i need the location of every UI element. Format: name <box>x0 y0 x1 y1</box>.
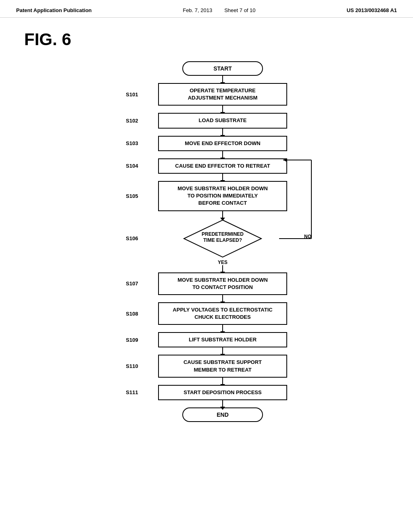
svg-marker-6 <box>283 158 286 162</box>
step-label-s104: S104 <box>126 163 138 169</box>
page-header: Patent Application Publication Feb. 7, 2… <box>0 0 413 18</box>
step-row-s103: S103 MOVE END EFFECTOR DOWN <box>158 136 287 151</box>
process-s104: CAUSE END EFFECTOR TO RETREAT <box>158 158 287 174</box>
step-label-s111: S111 <box>126 389 138 395</box>
step-label-s109: S109 <box>126 337 138 343</box>
step-label-s110: S110 <box>126 363 138 369</box>
header-center: Feb. 7, 2013 Sheet 7 of 10 <box>183 7 255 13</box>
step-row-s109: S109 LIFT SUBSTRATE HOLDER <box>158 332 287 347</box>
start-terminal: START <box>182 61 263 76</box>
header-date: Feb. 7, 2013 <box>183 7 212 13</box>
arrow-5 <box>222 174 223 181</box>
arrow-3 <box>222 129 223 136</box>
header-patent: US 2013/0032468 A1 <box>346 7 397 13</box>
step-label-s105: S105 <box>126 193 138 199</box>
header-publication-label: Patent Application Publication <box>16 7 92 13</box>
main-content: FIG. 6 START S101 OPERATE TEMPERATUREADJ… <box>0 18 413 434</box>
arrow-1 <box>222 76 223 83</box>
flowchart: START S101 OPERATE TEMPERATUREADJUSTMENT… <box>56 61 389 422</box>
step-label-s103: S103 <box>126 140 138 146</box>
process-s110: CAUSE SUBSTRATE SUPPORTMEMBER TO RETREAT <box>158 355 287 377</box>
step-label-s108: S108 <box>126 311 138 317</box>
step-row-s101: S101 OPERATE TEMPERATUREADJUSTMENT MECHA… <box>158 83 287 106</box>
arrow-9 <box>222 325 223 332</box>
yes-label: YES <box>158 260 287 265</box>
step-row-s105: S105 MOVE SUBSTRATE HOLDER DOWNTO POSITI… <box>158 181 287 211</box>
arrow-11 <box>222 378 223 385</box>
svg-text:TIME ELAPSED?: TIME ELAPSED? <box>203 237 242 243</box>
arrow-12 <box>222 400 223 407</box>
step-label-s101: S101 <box>126 91 138 98</box>
header-sheet: Sheet 7 of 10 <box>224 7 255 13</box>
step-row-s107: S107 MOVE SUBSTRATE HOLDER DOWNTO CONTAC… <box>158 272 287 295</box>
process-s102: LOAD SUBSTRATE <box>158 113 287 128</box>
process-s111: START DEPOSITION PROCESS <box>158 385 287 400</box>
decision-container-s106: S106 PREDETERMINED TIME ELAPSED? NO <box>158 218 287 265</box>
arrow-7 <box>222 265 223 272</box>
arrow-4 <box>222 151 223 158</box>
process-s101: OPERATE TEMPERATUREADJUSTMENT MECHANISM <box>158 83 287 106</box>
arrow-8 <box>222 295 223 302</box>
step-label-s102: S102 <box>126 118 138 124</box>
step-label-s107: S107 <box>126 281 138 287</box>
step-row-s106: S106 PREDETERMINED TIME ELAPSED? <box>158 218 287 259</box>
step-row-s104: S104 CAUSE END EFFECTOR TO RETREAT <box>158 158 287 174</box>
arrow-6 <box>222 211 223 218</box>
step-row-s111: S111 START DEPOSITION PROCESS <box>158 385 287 400</box>
process-s105: MOVE SUBSTRATE HOLDER DOWNTO POSITION IM… <box>158 181 287 211</box>
arrow-2 <box>222 106 223 113</box>
feedback-line <box>279 156 323 261</box>
step-row-s102: S102 LOAD SUBSTRATE <box>158 113 287 128</box>
process-s107: MOVE SUBSTRATE HOLDER DOWNTO CONTACT POS… <box>158 272 287 295</box>
svg-text:PREDETERMINED: PREDETERMINED <box>202 231 244 237</box>
diamond-s106: PREDETERMINED TIME ELAPSED? <box>182 218 263 259</box>
step-row-s110: S110 CAUSE SUBSTRATE SUPPORTMEMBER TO RE… <box>158 355 287 377</box>
figure-title: FIG. 6 <box>24 30 389 49</box>
step-label-s106: S106 <box>126 235 138 241</box>
process-s109: LIFT SUBSTRATE HOLDER <box>158 332 287 347</box>
process-s108: APPLY VOLTAGES TO ELECTROSTATICCHUCK ELE… <box>158 302 287 325</box>
step-row-s108: S108 APPLY VOLTAGES TO ELECTROSTATICCHUC… <box>158 302 287 325</box>
arrow-10 <box>222 347 223 355</box>
process-s103: MOVE END EFFECTOR DOWN <box>158 136 287 151</box>
